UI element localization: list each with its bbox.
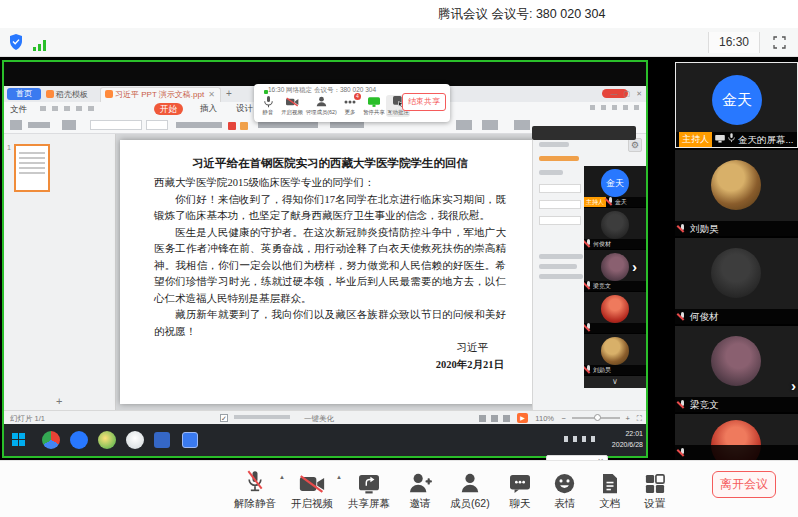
end-share-button[interactable]: 结束共享 bbox=[402, 93, 446, 111]
slide-thumbnail[interactable] bbox=[14, 144, 50, 192]
select-button[interactable] bbox=[514, 120, 530, 130]
avatar: 金天 bbox=[601, 169, 629, 197]
chrome-icon[interactable] bbox=[42, 431, 60, 449]
wps-window-controls[interactable]: — ▢ ✕ bbox=[611, 90, 644, 98]
shared-screen-region: 首页 稻壳模板 习近平 PPT 演示文稿.ppt✕ + — ▢ ✕ 文件 开始 … bbox=[2, 60, 648, 458]
notes-checkbox[interactable]: ✓ bbox=[220, 414, 228, 422]
document-page[interactable]: 习近平给在首钢医院实习的西藏大学医学院学生的回信 西藏大学医学院2015级临床医… bbox=[120, 140, 540, 404]
members-button[interactable]: 成员(62) bbox=[450, 468, 490, 511]
participant-tile[interactable]: 梁竞文 bbox=[675, 326, 798, 412]
float-camera-button[interactable]: 开启视频 bbox=[280, 95, 304, 117]
highlight-color-chip[interactable] bbox=[240, 122, 248, 130]
ribbon-right-tools[interactable] bbox=[590, 105, 640, 110]
zoom-slider-knob[interactable] bbox=[594, 414, 601, 421]
ribbon-tab-insert[interactable]: 插入 bbox=[200, 103, 217, 115]
wps-document-tab[interactable]: 习近平 PPT 演示文稿.ppt✕ bbox=[100, 87, 221, 102]
sidebar-next-page-chevron[interactable]: › bbox=[791, 377, 796, 394]
slide-tools[interactable] bbox=[62, 120, 76, 130]
mini-tile-host[interactable]: 金天 主持人 金天 bbox=[584, 166, 646, 208]
app-icon-1[interactable] bbox=[98, 431, 116, 449]
font-size-select[interactable] bbox=[146, 120, 168, 130]
slideshow-play-icon[interactable]: ▶ bbox=[517, 413, 528, 423]
template-icon bbox=[46, 90, 54, 98]
replace-button[interactable] bbox=[482, 120, 498, 130]
ribbon-tab-home[interactable]: 开始 bbox=[154, 103, 183, 115]
share-screen-button[interactable]: 共享屏幕 bbox=[348, 468, 390, 511]
view-sorter-icon[interactable] bbox=[491, 415, 498, 422]
pane-settings-icon[interactable]: ⚙ bbox=[628, 138, 642, 152]
new-slide-button[interactable]: + bbox=[56, 395, 62, 407]
participant-status: 金天的屏幕... bbox=[738, 132, 793, 147]
float-mute-button[interactable]: 静音 bbox=[256, 95, 280, 117]
system-tray[interactable] bbox=[564, 436, 600, 442]
new-tab-button[interactable]: + bbox=[226, 88, 232, 99]
participant-tile-host[interactable]: 金天 主持人 金天的屏幕... bbox=[675, 62, 798, 148]
zoom-out-icon[interactable]: − bbox=[562, 414, 566, 423]
wps-home-tab[interactable]: 首页 bbox=[7, 88, 41, 100]
zoom-level[interactable]: 110% bbox=[535, 414, 554, 423]
float-more-button[interactable]: 4 更多 bbox=[338, 95, 362, 117]
mini-tile[interactable]: 刘勋昊 bbox=[584, 334, 646, 376]
participant-tile[interactable]: 刘勋昊 bbox=[675, 150, 798, 236]
app-icon-2[interactable] bbox=[126, 431, 144, 449]
mini-tile[interactable] bbox=[584, 292, 646, 334]
paste-button[interactable] bbox=[10, 120, 22, 130]
float-pause-share-button[interactable]: 暂停共享 bbox=[362, 95, 386, 117]
letter-date: 2020年2月21日 bbox=[154, 357, 506, 374]
participant-tile[interactable] bbox=[675, 414, 798, 460]
clipboard-tools[interactable] bbox=[28, 122, 50, 128]
participant-name: 刘勋昊 bbox=[690, 221, 719, 236]
camera-options-caret[interactable]: ▲ bbox=[336, 474, 342, 480]
view-normal-icon[interactable] bbox=[479, 415, 486, 422]
strip-expand-chevron[interactable]: › bbox=[632, 258, 637, 275]
font-family-select[interactable] bbox=[90, 120, 142, 130]
float-members-button[interactable]: 管理成员(62) bbox=[304, 95, 338, 117]
paragraph-buttons[interactable] bbox=[258, 122, 318, 128]
participant-tile[interactable]: 何俊材 bbox=[675, 238, 798, 324]
security-shield-icon[interactable] bbox=[9, 34, 23, 54]
mini-tile[interactable]: 何俊材 bbox=[584, 208, 646, 250]
pane-link[interactable] bbox=[539, 156, 579, 161]
unmute-button[interactable]: ▲ 解除静音 bbox=[234, 468, 276, 511]
fit-screen-icon[interactable]: ⛶ bbox=[637, 414, 642, 424]
font-style-buttons[interactable] bbox=[176, 122, 222, 128]
fullscreen-icon[interactable] bbox=[773, 35, 786, 53]
zoom-in-icon[interactable]: + bbox=[626, 414, 630, 423]
quick-access-toolbar[interactable] bbox=[40, 106, 100, 111]
app-icon-3[interactable] bbox=[154, 432, 170, 448]
close-tab-icon[interactable]: ✕ bbox=[208, 90, 215, 99]
wps-template-tab[interactable]: 稻壳模板 bbox=[46, 89, 88, 100]
settings-button[interactable]: 设置 bbox=[640, 468, 670, 511]
invite-button[interactable]: 邀请 bbox=[405, 468, 435, 511]
taskbar-clock[interactable]: 22:01 2020/6/28 bbox=[612, 428, 643, 450]
mic-options-caret[interactable]: ▲ bbox=[279, 474, 285, 480]
network-signal-icon[interactable] bbox=[33, 37, 46, 55]
font-color-chip[interactable] bbox=[228, 122, 236, 130]
browser-icon[interactable] bbox=[70, 431, 88, 449]
letter-paragraph-1: 你们好！来信收到了，得知你们17名同学在北京进行临床实习期间，既锻炼了临床基本功… bbox=[154, 192, 506, 225]
zoom-slider[interactable] bbox=[572, 417, 620, 419]
beautify-button[interactable]: 一键美化 bbox=[304, 414, 334, 424]
avatar bbox=[601, 211, 629, 239]
view-reading-icon[interactable] bbox=[503, 415, 510, 422]
list-buttons[interactable] bbox=[330, 122, 364, 128]
docs-button[interactable]: 文档 bbox=[595, 468, 625, 511]
chat-button[interactable]: 聊天 bbox=[505, 468, 535, 511]
camera-off-icon bbox=[291, 468, 333, 494]
pane-input-1[interactable] bbox=[539, 184, 581, 193]
pane-input-2[interactable] bbox=[539, 200, 581, 209]
start-video-button[interactable]: ▲ 开启视频 bbox=[291, 468, 333, 511]
pane-input-3[interactable] bbox=[539, 216, 581, 225]
file-menu[interactable]: 文件 bbox=[10, 104, 27, 116]
ribbon-tab-design[interactable]: 设计 bbox=[236, 103, 253, 115]
mic-muted-icon bbox=[584, 239, 593, 249]
find-button[interactable] bbox=[456, 120, 472, 130]
share-screen-icon bbox=[348, 468, 390, 494]
emoji-button[interactable]: 表情 bbox=[550, 468, 580, 511]
wps-icon[interactable] bbox=[182, 432, 198, 448]
start-button[interactable] bbox=[12, 433, 26, 447]
mic-muted-icon bbox=[584, 281, 593, 291]
strip-collapse-button[interactable]: ∨ bbox=[584, 376, 646, 388]
window-titlebar: 腾讯会议 会议号: 380 020 304 bbox=[0, 0, 798, 28]
leave-meeting-button[interactable]: 离开会议 bbox=[712, 471, 776, 498]
